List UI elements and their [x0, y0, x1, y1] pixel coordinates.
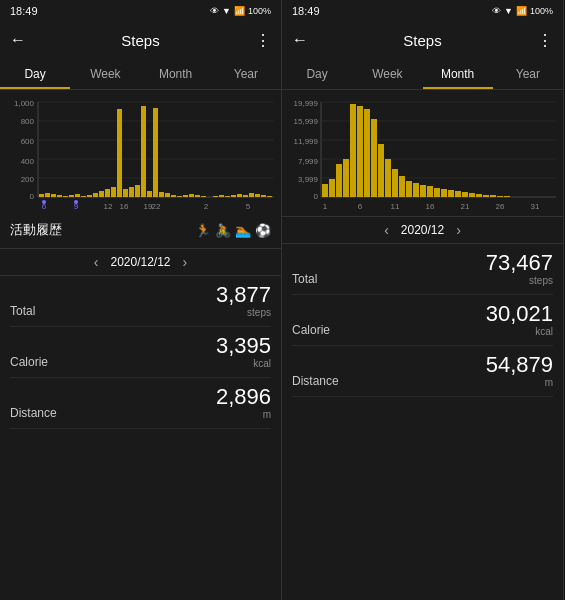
svg-rect-49 [255, 194, 260, 197]
svg-rect-17 [63, 196, 68, 197]
svg-rect-16 [57, 195, 62, 197]
svg-rect-79 [350, 104, 356, 197]
app-header-left: ← Steps ⋮ [0, 22, 281, 58]
svg-text:22: 22 [152, 202, 161, 211]
svg-rect-35 [171, 195, 176, 197]
stat-value-group-distance-right: 54,879 m [486, 354, 553, 388]
svg-text:1,000: 1,000 [14, 99, 35, 108]
svg-rect-75 [322, 184, 328, 197]
activity-section: 活動履歴 🏃 🚴 🏊 ⚽ [0, 216, 281, 248]
svg-rect-27 [123, 189, 128, 197]
run-icon: 🏃 [195, 223, 211, 238]
back-button-left[interactable]: ← [10, 31, 26, 49]
activity-title: 活動履歴 [10, 221, 62, 239]
app-header-right: ← Steps ⋮ [282, 22, 563, 58]
svg-rect-38 [189, 194, 194, 197]
stat-label-calorie-left: Calorie [10, 355, 48, 369]
next-date-right[interactable]: › [456, 222, 461, 238]
chart-left: 1,000 800 600 400 200 0 [0, 90, 281, 216]
svg-text:3,999: 3,999 [298, 175, 319, 184]
menu-button-left[interactable]: ⋮ [255, 31, 271, 50]
stat-row-distance-left: Distance 2,896 m [10, 378, 271, 429]
svg-rect-24 [105, 189, 110, 197]
svg-rect-36 [177, 196, 182, 197]
date-nav-right: ‹ 2020/12 › [282, 216, 563, 244]
eye-icon: 👁 [210, 6, 219, 16]
svg-rect-47 [243, 195, 248, 197]
left-panel: 18:49 👁 ▼ 📶 100% ← Steps ⋮ Day Week Mont… [0, 0, 282, 600]
svg-rect-95 [462, 192, 468, 197]
tabs-left: Day Week Month Year [0, 58, 281, 90]
stat-row-distance-right: Distance 54,879 m [292, 346, 553, 397]
stat-value-calorie-left: 3,395 [216, 333, 271, 358]
svg-text:0: 0 [30, 192, 35, 201]
tab-month-right[interactable]: Month [423, 58, 493, 89]
tab-day-right[interactable]: Day [282, 58, 352, 89]
activity-icons: 🏃 🚴 🏊 ⚽ [195, 223, 271, 238]
svg-rect-96 [469, 193, 475, 197]
menu-button-right[interactable]: ⋮ [537, 31, 553, 50]
svg-rect-23 [99, 191, 104, 197]
svg-rect-31 [147, 191, 152, 197]
battery-icon: 100% [248, 6, 271, 16]
prev-date-left[interactable]: ‹ [94, 254, 99, 270]
stat-value-distance-right: 54,879 [486, 352, 553, 377]
svg-text:800: 800 [21, 117, 35, 126]
svg-text:400: 400 [21, 157, 35, 166]
stat-label-calorie-right: Calorie [292, 323, 330, 337]
svg-rect-48 [249, 193, 254, 197]
stat-unit-total-left: steps [216, 307, 271, 318]
tab-year-left[interactable]: Year [211, 58, 281, 89]
svg-rect-26 [117, 109, 122, 197]
svg-rect-43 [219, 195, 224, 197]
svg-rect-15 [51, 194, 56, 197]
svg-point-61 [74, 200, 78, 204]
wifi-icon: 📶 [234, 6, 245, 16]
tab-month-left[interactable]: Month [141, 58, 211, 89]
status-time-left: 18:49 [10, 5, 38, 17]
tabs-right: Day Week Month Year [282, 58, 563, 90]
prev-date-right[interactable]: ‹ [384, 222, 389, 238]
svg-text:6: 6 [358, 202, 363, 211]
svg-text:11: 11 [391, 202, 400, 211]
svg-text:1: 1 [323, 202, 328, 211]
status-icons-right: 👁 ▼ 📶 100% [492, 6, 553, 16]
svg-rect-91 [434, 188, 440, 197]
svg-rect-19 [75, 194, 80, 197]
signal-icon-right: ▼ [504, 6, 513, 16]
stat-row-total-right: Total 73,467 steps [292, 244, 553, 295]
svg-rect-22 [93, 193, 98, 197]
svg-rect-77 [336, 164, 342, 197]
stat-value-group-distance-left: 2,896 m [216, 386, 271, 420]
next-date-left[interactable]: › [183, 254, 188, 270]
svg-rect-45 [231, 195, 236, 197]
svg-text:11,999: 11,999 [294, 137, 319, 146]
svg-rect-29 [135, 185, 140, 197]
stat-label-distance-left: Distance [10, 406, 57, 420]
svg-rect-98 [483, 195, 489, 197]
status-time-right: 18:49 [292, 5, 320, 17]
stat-value-group-total-left: 3,877 steps [216, 284, 271, 318]
status-bar-left: 18:49 👁 ▼ 📶 100% [0, 0, 281, 22]
right-panel: 18:49 👁 ▼ 📶 100% ← Steps ⋮ Day Week Mont… [282, 0, 564, 600]
svg-rect-81 [364, 109, 370, 197]
svg-rect-14 [45, 193, 50, 197]
svg-rect-90 [427, 186, 433, 197]
tab-year-right[interactable]: Year [493, 58, 563, 89]
stat-value-group-calorie-left: 3,395 kcal [216, 335, 271, 369]
tab-week-left[interactable]: Week [70, 58, 140, 89]
back-button-right[interactable]: ← [292, 31, 308, 49]
svg-rect-25 [111, 187, 116, 197]
soccer-icon: ⚽ [255, 223, 271, 238]
date-nav-left: ‹ 2020/12/12 › [0, 248, 281, 276]
svg-text:2: 2 [204, 202, 209, 211]
status-icons-left: 👁 ▼ 📶 100% [210, 6, 271, 16]
svg-rect-87 [406, 181, 412, 197]
tab-week-right[interactable]: Week [352, 58, 422, 89]
tab-day-left[interactable]: Day [0, 58, 70, 89]
stat-label-total-left: Total [10, 304, 35, 318]
svg-rect-42 [213, 196, 218, 197]
date-text-left: 2020/12/12 [110, 255, 170, 269]
svg-text:26: 26 [496, 202, 505, 211]
stat-label-distance-right: Distance [292, 374, 339, 388]
